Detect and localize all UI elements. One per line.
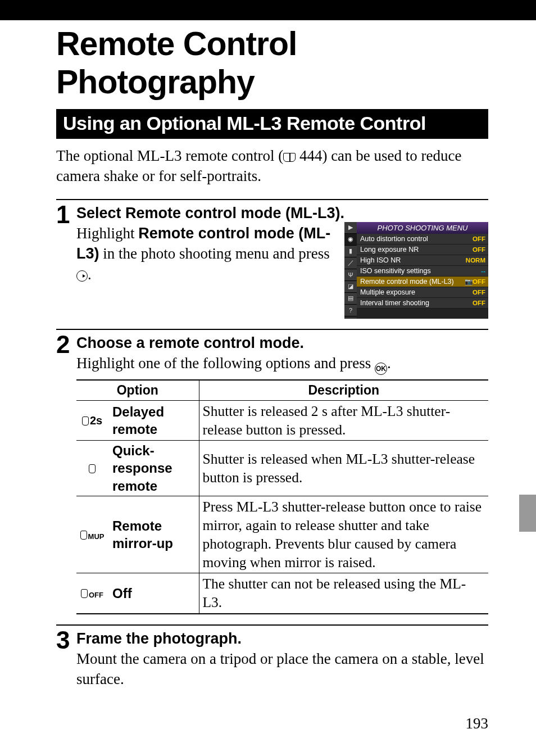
option-description: The shutter can not be released using th… [199,573,488,614]
camera-tab: Ψ [344,269,357,281]
camera-menu-row-label: Multiple exposure [360,288,415,296]
camera-menu-row: High ISO NRNORM [357,255,488,266]
camera-tab: ? [344,305,357,316]
page-title: Remote Control Photography [56,25,488,101]
table-row: 2sDelayed remoteShutter is released 2 s … [76,400,488,440]
camera-menu-row-value: -- [481,268,485,274]
camera-menu-row-value: NORM [466,257,485,264]
camera-menu-row-label: Auto distortion control [360,235,428,243]
remote-icon [89,462,96,474]
camera-menu-main: PHOTO SHOOTING MENU Auto distortion cont… [357,222,488,319]
camera-menu-row-label: ISO sensitivity settings [360,267,431,275]
section-header: Using an Optional ML-L3 Remote Control [56,109,488,139]
table-row: MUPRemote mirror-upPress ML-L3 shutter-r… [76,496,488,573]
option-label: Quick-response remote [109,441,199,496]
step1-line-c: . [88,266,92,283]
option-icon-cell: OFF [76,573,109,614]
option-description: Press ML-L3 shutter-release button once … [199,496,488,573]
camera-menu-row: Interval timer shootingOFF [357,298,488,309]
option-description: Shutter is released when ML-L3 shutter-r… [199,441,488,496]
side-thumb-tab [519,495,536,532]
camera-menu-screenshot: ▶ ◉ ▮ ／ Ψ ◪ ▤ ? PHOTO SHOOTING MENU Auto… [344,222,488,319]
table-row: Quick-response remoteShutter is released… [76,441,488,496]
camera-menu-row: Remote control mode (ML-L3)📷OFF [357,277,488,287]
option-icon-suffix: 2s [90,414,102,427]
option-icon-suffix: OFF [89,591,103,599]
step2-text-b: . [387,355,391,372]
camera-menu-row: Long exposure NROFF [357,245,488,255]
option-icon-cell [76,441,109,496]
step1-line-a: Highlight [76,225,138,242]
table-header-option: Option [76,380,199,401]
step-number: 2 [56,332,76,357]
top-black-bar [0,0,536,20]
intro-paragraph: The optional ML-L3 remote control ( 444)… [56,146,488,187]
remote-icon [80,528,87,541]
step-heading: Select Remote control mode (ML-L3). [76,205,488,222]
remote-icon [81,587,88,599]
camera-menu-row-value: 📷OFF [465,278,485,286]
camera-menu-row: ISO sensitivity settings-- [357,266,488,277]
camera-tab: ▶ [344,222,357,234]
camera-tab: ▮ [344,246,357,257]
camera-menu-row-value: OFF [473,236,485,242]
ok-button-icon: OK [375,363,387,375]
step-2-text: Highlight one of the following options a… [76,353,488,375]
book-icon [283,153,296,162]
step-1-text: Highlight Remote control mode (ML-L3) in… [76,223,337,319]
camera-menu-row-label: Remote control mode (ML-L3) [360,278,454,286]
remote-icon [82,414,89,427]
table-row: OFFOffThe shutter can not be released us… [76,573,488,614]
table-header-description: Description [199,380,488,401]
camera-menu-row-label: Long exposure NR [360,246,419,253]
page-content: Remote Control Photography Using an Opti… [0,25,536,689]
camera-tab: ／ [344,257,357,269]
step-number: 1 [56,202,76,227]
camera-menu-row: Multiple exposureOFF [357,287,488,298]
step-3: 3 Frame the photograph. Mount the camera… [56,630,488,690]
camera-menu-row: Auto distortion controlOFF [357,234,488,245]
option-icon-cell: MUP [76,496,109,573]
separator [56,624,488,626]
option-label: Off [109,573,199,614]
step-1: 1 Select Remote control mode (ML-L3). Hi… [56,205,488,319]
step-heading: Frame the photograph. [76,630,488,648]
camera-tab: ◪ [344,281,357,293]
step-number: 3 [56,628,76,653]
dpad-right-icon [76,270,88,282]
camera-menu-row-label: Interval timer shooting [360,299,429,307]
camera-menu-row-value: OFF [473,300,485,306]
step1-line-b: in the photo shooting menu and press [99,245,330,262]
separator [56,329,488,330]
step-heading: Choose a remote control mode. [76,334,488,352]
option-description: Shutter is released 2 s after ML-L3 shut… [199,400,488,440]
camera-menu-blank-row [357,309,488,319]
camera-tab: ▤ [344,293,357,305]
options-table: Option Description 2sDelayed remoteShutt… [76,379,488,614]
camera-menu-tabs: ▶ ◉ ▮ ／ Ψ ◪ ▤ ? [344,222,357,319]
option-icon-cell: 2s [76,400,109,440]
option-label: Delayed remote [109,400,199,440]
camera-tab: ◉ [344,234,357,246]
option-label: Remote mirror-up [109,496,199,573]
option-icon-suffix: MUP [88,532,105,541]
page-number: 193 [466,715,489,732]
camera-menu-row-value: OFF [473,246,485,253]
intro-text-a: The optional ML-L3 remote control ( [56,147,283,164]
camera-menu-title: PHOTO SHOOTING MENU [357,222,488,234]
step-3-text: Mount the camera on a tripod or place th… [76,649,488,690]
step-2: 2 Choose a remote control mode. Highligh… [56,334,488,614]
camera-menu-row-label: High ISO NR [360,256,401,264]
separator [56,199,488,200]
step2-text-a: Highlight one of the following options a… [76,355,375,372]
camera-menu-row-value: OFF [473,289,485,296]
